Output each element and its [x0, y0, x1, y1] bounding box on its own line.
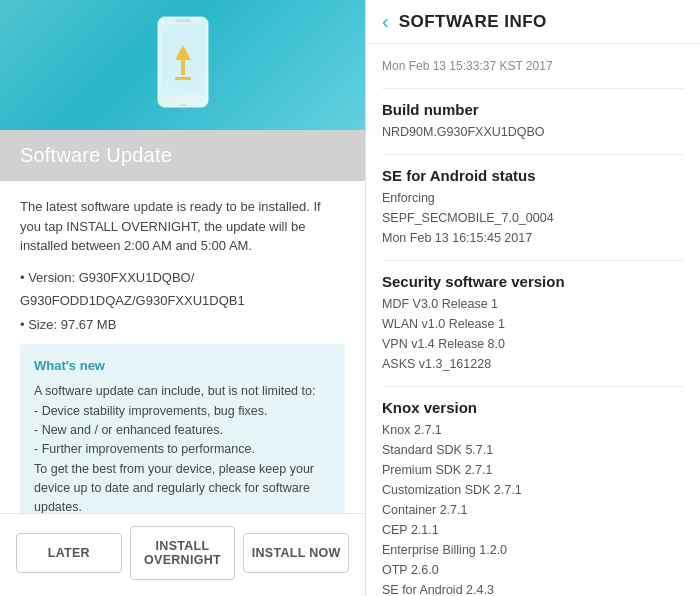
right-header: ‹ SOFTWARE INFO [366, 0, 700, 44]
info-section-3: Knox versionKnox 2.7.1Standard SDK 5.7.1… [382, 387, 684, 596]
back-arrow-icon[interactable]: ‹ [382, 10, 389, 33]
info-values-1: EnforcingSEPF_SECMOBILE_7.0_0004Mon Feb … [382, 188, 684, 248]
left-title: Software Update [20, 144, 345, 167]
svg-rect-5 [175, 77, 191, 80]
whats-new-box: What's new A software update can include… [20, 344, 345, 513]
left-content: The latest software update is ready to b… [0, 181, 365, 513]
right-title: SOFTWARE INFO [399, 12, 547, 32]
info-section-2: Security software versionMDF V3.0 Releas… [382, 261, 684, 387]
left-header [0, 0, 365, 130]
svg-rect-3 [180, 104, 186, 106]
button-row: LATER INSTALL OVERNIGHT INSTALL NOW [0, 513, 365, 596]
info-label-3: Knox version [382, 399, 684, 416]
info-label-0: Build number [382, 101, 684, 118]
description-text: The latest software update is ready to b… [20, 197, 345, 256]
right-content: Mon Feb 13 15:33:37 KST 2017 Build numbe… [366, 44, 700, 596]
later-button[interactable]: LATER [16, 533, 122, 573]
info-values-0: NRD90M.G930FXXU1DQBO [382, 122, 684, 142]
install-now-button[interactable]: INSTALL NOW [243, 533, 349, 573]
info-values-3: Knox 2.7.1Standard SDK 5.7.1Premium SDK … [382, 420, 684, 596]
install-overnight-button[interactable]: INSTALL OVERNIGHT [130, 526, 236, 580]
scroll-fade-section: Mon Feb 13 15:33:37 KST 2017 [382, 44, 684, 89]
info-label-2: Security software version [382, 273, 684, 290]
scroll-fade-text: Mon Feb 13 15:33:37 KST 2017 [382, 59, 553, 81]
info-values-2: MDF V3.0 Release 1WLAN v1.0 Release 1VPN… [382, 294, 684, 374]
whats-new-body: A software update can include, but is no… [34, 382, 331, 513]
info-section-0: Build numberNRD90M.G930FXXU1DQBO [382, 89, 684, 155]
version-line1: • Version: G930FXXU1DQBO/ [20, 268, 345, 288]
size-line: • Size: 97.67 MB [20, 315, 345, 335]
right-panel: ‹ SOFTWARE INFO Mon Feb 13 15:33:37 KST … [365, 0, 700, 596]
svg-rect-2 [175, 19, 191, 22]
whats-new-title: What's new [34, 356, 331, 376]
info-label-1: SE for Android status [382, 167, 684, 184]
info-sections: Build numberNRD90M.G930FXXU1DQBOSE for A… [382, 89, 684, 596]
version-line2: G930FODD1DQAZ/G930FXXU1DQB1 [20, 291, 345, 311]
left-panel: Software Update The latest software upda… [0, 0, 365, 596]
title-bar: Software Update [0, 130, 365, 181]
info-section-1: SE for Android statusEnforcingSEPF_SECMO… [382, 155, 684, 261]
phone-download-icon [153, 15, 213, 115]
